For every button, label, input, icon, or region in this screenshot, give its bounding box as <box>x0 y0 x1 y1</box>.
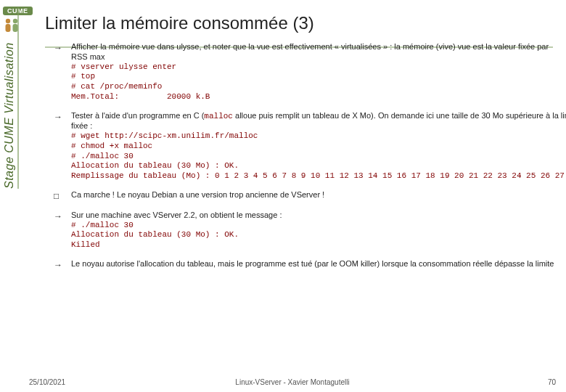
slide: CUME Limiter la mémoire consommée (3) St… <box>0 0 566 392</box>
list-item: → Afficher la mémoire vue dans ulysse, e… <box>54 42 556 102</box>
list-item: → Le noyau autorise l'allocation du tabl… <box>54 259 556 271</box>
sidebar-label: Stage CUME Virtualisation <box>3 7 19 189</box>
arrow-bullet-icon: → <box>54 211 64 250</box>
code-block: # ./malloc 30 Allocation du tableau (30 … <box>71 221 556 250</box>
code-block: # wget http://scipc-xm.unilim.fr/malloc … <box>71 131 566 181</box>
item-content: Tester à l'aide d'un programme en C (mal… <box>71 111 566 181</box>
footer-title: Linux-VServer - Xavier Montagutelli <box>235 378 349 386</box>
square-bullet-icon: □ <box>54 190 64 202</box>
footer: 25/10/2021 Linux-VServer - Xavier Montag… <box>29 378 556 386</box>
item-text: Ca marche ! Le noyau Debian a une versio… <box>71 190 556 200</box>
footer-date: 25/10/2021 <box>29 378 65 386</box>
code-block: # vserver ulysse enter # top # cat /proc… <box>71 62 556 102</box>
inline-code: malloc <box>204 112 233 121</box>
item-content: Ca marche ! Le noyau Debian a une versio… <box>71 190 556 202</box>
item-text: Sur une machine avec VServer 2.2, on obt… <box>71 211 556 221</box>
body-content: → Afficher la mémoire vue dans ulysse, e… <box>54 42 556 279</box>
arrow-bullet-icon: → <box>54 42 64 102</box>
item-text: Tester à l'aide d'un programme en C (mal… <box>71 111 566 132</box>
item-content: Afficher la mémoire vue dans ulysse, et … <box>71 42 556 102</box>
item-text: Afficher la mémoire vue dans ulysse, et … <box>71 42 556 62</box>
page-title: Limiter la mémoire consommée (3) <box>45 13 559 33</box>
list-item: → Sur une machine avec VServer 2.2, on o… <box>54 211 556 250</box>
page-number: 70 <box>548 378 556 386</box>
text-span: Tester à l'aide d'un programme en C ( <box>71 111 204 120</box>
item-content: Le noyau autorise l'allocation du tablea… <box>71 259 556 271</box>
list-item: → Tester à l'aide d'un programme en C (m… <box>54 111 556 181</box>
arrow-bullet-icon: → <box>54 259 64 271</box>
item-text: Le noyau autorise l'allocation du tablea… <box>71 259 556 269</box>
arrow-bullet-icon: → <box>54 111 64 181</box>
item-content: Sur une machine avec VServer 2.2, on obt… <box>71 211 556 250</box>
list-item: □ Ca marche ! Le noyau Debian a une vers… <box>54 190 556 202</box>
title-area: Limiter la mémoire consommée (3) <box>45 13 559 33</box>
